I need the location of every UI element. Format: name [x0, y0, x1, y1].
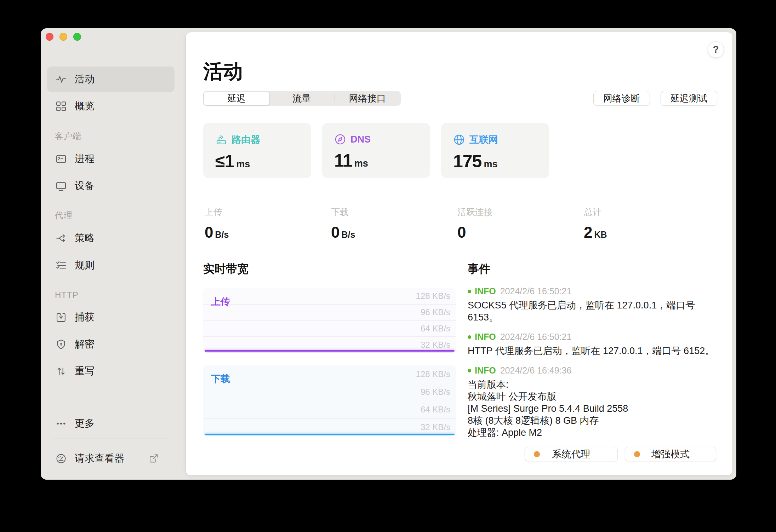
sidebar-item-decrypt[interactable]: 解密	[47, 331, 175, 357]
header-actions: 网络诊断 延迟测试	[593, 91, 717, 106]
stat-label: 活跃连接	[457, 206, 584, 218]
sidebar: 活动 概览 客户端 进程 设备 代理 策略	[41, 28, 186, 480]
bandwidth-section-title: 实时带宽	[203, 261, 249, 277]
stat-value: 0	[331, 224, 340, 241]
toggle-label: 系统代理	[552, 448, 590, 461]
gauge-icon	[55, 452, 67, 464]
checklist-icon	[55, 259, 67, 271]
sidebar-section-http: HTTP	[55, 288, 79, 302]
level-dot-icon	[468, 290, 471, 293]
traffic-stats: 上传 0B/s 下载 0B/s 活跃连接 0 总计 2KB	[205, 206, 710, 241]
page-title: 活动	[203, 58, 243, 85]
ellipsis-icon	[55, 417, 67, 429]
sidebar-section-client: 客户端	[55, 129, 81, 143]
sidebar-item-label: 活动	[75, 73, 95, 86]
sidebar-item-rules[interactable]: 规则	[47, 253, 175, 278]
card-unit: ms	[236, 159, 250, 170]
event-timestamp: 2024/2/6 16:50:21	[500, 286, 572, 296]
sidebar-item-more[interactable]: 更多	[47, 411, 175, 436]
compass-icon	[334, 133, 346, 145]
router-latency-card: 路由器 ≤1 ms	[203, 123, 311, 178]
card-label: 互联网	[469, 133, 498, 146]
sidebar-item-process[interactable]: 进程	[47, 146, 175, 172]
sidebar-item-label: 解密	[75, 337, 95, 351]
event-level: INFO	[475, 332, 496, 342]
globe-icon	[453, 134, 465, 146]
event-entry: INFO 2024/2/6 16:50:21 SOCKS5 代理服务已启动，监听…	[468, 286, 718, 323]
stat-unit: B/s	[215, 230, 229, 240]
card-value: ≤1	[215, 151, 234, 172]
router-icon	[215, 134, 227, 146]
sidebar-item-overview[interactable]: 概览	[47, 93, 175, 119]
card-value: 11	[334, 150, 352, 171]
gridline-label: 64 KB/s	[203, 401, 456, 418]
help-button[interactable]: ?	[708, 41, 724, 58]
event-timestamp: 2024/2/6 16:50:21	[500, 332, 572, 342]
gridline-label: 64 KB/s	[203, 320, 456, 337]
level-dot-icon	[468, 369, 471, 372]
sidebar-item-device[interactable]: 设备	[47, 173, 175, 198]
event-timestamp: 2024/2/6 16:49:36	[500, 365, 572, 376]
dns-latency-card: DNS 11 ms	[322, 123, 430, 178]
gridline-label: 96 KB/s	[203, 304, 456, 320]
sidebar-item-label: 规则	[75, 259, 95, 272]
upload-series-label: 上传	[211, 295, 230, 308]
latency-cards: 路由器 ≤1 ms DNS 11 ms	[203, 123, 549, 178]
swap-arrows-icon	[55, 365, 67, 377]
gridline-label: 128 KB/s	[203, 288, 456, 304]
sidebar-item-request-viewer[interactable]: 请求查看器	[47, 446, 175, 471]
gridline-label: 96 KB/s	[203, 383, 456, 400]
sidebar-item-label: 更多	[75, 417, 95, 430]
sidebar-section-proxy: 代理	[55, 208, 73, 222]
status-dot-icon	[634, 451, 640, 457]
tab-network-interface[interactable]: 网络接口	[335, 92, 400, 105]
sidebar-item-label: 设备	[75, 179, 95, 192]
sidebar-item-activity[interactable]: 活动	[47, 66, 175, 92]
toggle-label: 增强模式	[651, 448, 690, 461]
system-proxy-toggle[interactable]: 系统代理	[525, 447, 618, 461]
card-label: DNS	[350, 134, 371, 145]
sidebar-item-label: 捕获	[75, 311, 95, 324]
stat-active-connections: 活跃连接 0	[457, 206, 584, 241]
event-message: 当前版本: 秋城落叶 公开发布版 [M Series] Surge Pro 5.…	[468, 378, 718, 438]
sidebar-item-capture[interactable]: 捕获	[47, 305, 175, 330]
download-series-label: 下载	[211, 372, 230, 385]
card-unit: ms	[354, 158, 368, 169]
event-message: HTTP 代理服务已启动，监听在 127.0.0.1，端口号 6152。	[468, 345, 718, 357]
event-level: INFO	[475, 365, 496, 376]
stat-label: 上传	[205, 206, 331, 218]
capture-icon	[55, 311, 67, 323]
stat-value: 0	[457, 224, 466, 241]
stat-upload: 上传 0B/s	[205, 206, 331, 241]
card-value: 175	[453, 151, 481, 172]
main-panel: ? 活动 延迟 流量 网络接口 网络诊断 延迟测试 路由器 ≤1	[186, 32, 732, 475]
stat-download: 下载 0B/s	[331, 206, 457, 241]
event-entry: INFO 2024/2/6 16:49:36 当前版本: 秋城落叶 公开发布版 …	[468, 365, 718, 438]
event-level: INFO	[475, 286, 496, 296]
split-icon	[55, 232, 67, 244]
latency-test-button[interactable]: 延迟测试	[661, 91, 717, 106]
section-divider	[203, 195, 717, 195]
event-entry: INFO 2024/2/6 16:50:21 HTTP 代理服务已启动，监听在 …	[468, 332, 718, 357]
app-window: 活动 概览 客户端 进程 设备 代理 策略	[41, 28, 736, 480]
stat-label: 总计	[584, 206, 710, 218]
stat-value: 2	[584, 224, 592, 241]
sidebar-item-policy[interactable]: 策略	[47, 225, 175, 251]
external-link-icon	[148, 453, 159, 464]
download-bandwidth-chart: 128 KB/s 96 KB/s 64 KB/s 32 KB/s 下载	[203, 365, 456, 436]
sidebar-item-rewrite[interactable]: 重写	[47, 358, 175, 384]
tab-traffic[interactable]: 流量	[269, 92, 334, 105]
network-diagnostics-button[interactable]: 网络诊断	[593, 91, 650, 106]
level-dot-icon	[468, 335, 471, 339]
stat-unit: B/s	[341, 230, 355, 240]
gridline-label: 128 KB/s	[203, 365, 456, 383]
sidebar-item-label: 进程	[75, 152, 95, 166]
terminal-icon	[55, 153, 67, 165]
stat-value: 0	[205, 224, 213, 241]
internet-latency-card: 互联网 175 ms	[441, 123, 549, 178]
shield-icon	[55, 338, 67, 350]
enhanced-mode-toggle[interactable]: 增强模式	[625, 447, 716, 461]
tab-latency[interactable]: 延迟	[204, 92, 269, 105]
stat-label: 下载	[331, 206, 457, 218]
stat-unit: KB	[594, 230, 607, 240]
